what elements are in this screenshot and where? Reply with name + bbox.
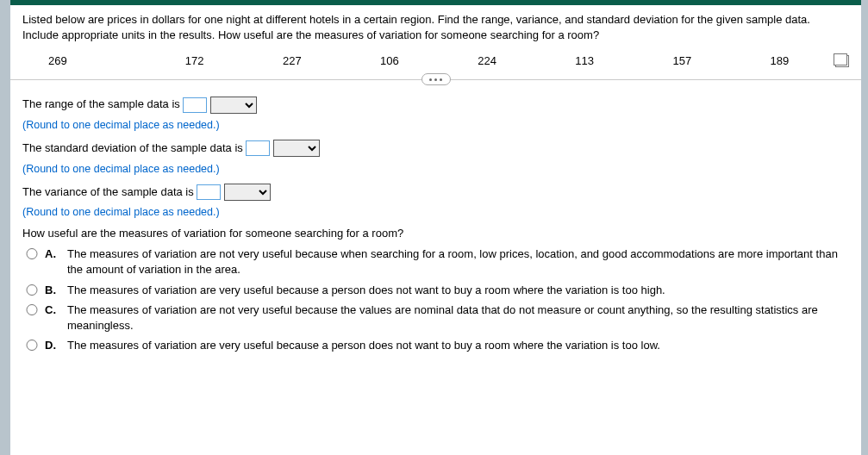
question-frame: Listed below are prices in dollars for o…: [10, 0, 861, 455]
mc-option-b[interactable]: B. The measures of variation are very us…: [22, 283, 849, 298]
mc-letter: C.: [45, 302, 60, 318]
range-unit-select[interactable]: [210, 97, 257, 114]
data-value: 106: [340, 54, 438, 67]
mc-text: The measures of variation are not very u…: [67, 302, 849, 333]
mc-radio-b[interactable]: [26, 284, 38, 296]
mc-text: The measures of variation are very usefu…: [67, 338, 849, 353]
mc-radio-a[interactable]: [26, 248, 38, 259]
mc-option-d[interactable]: D. The measures of variation are very us…: [22, 338, 849, 353]
ellipsis-icon: [429, 78, 442, 81]
data-value: 224: [439, 54, 536, 67]
data-value: 157: [634, 54, 731, 67]
data-value: 227: [243, 54, 340, 67]
question-prompt: Listed below are prices in dollars for o…: [22, 12, 849, 42]
variance-line: The variance of the sample data is: [22, 184, 849, 202]
copy-icon[interactable]: [835, 55, 849, 67]
mc-text: The measures of variation are not very u…: [67, 246, 849, 277]
range-input[interactable]: [183, 97, 207, 113]
multiple-choice: How useful are the measures of variation…: [22, 227, 849, 352]
mc-letter: A.: [45, 246, 60, 262]
range-label: The range of the sample data is: [22, 97, 183, 110]
divider: [10, 79, 861, 80]
mc-radio-c[interactable]: [26, 304, 38, 315]
data-value: 189: [731, 54, 828, 67]
mc-radio-d[interactable]: [26, 340, 38, 351]
data-value: 269: [22, 54, 146, 67]
mc-text: The measures of variation are very usefu…: [67, 283, 849, 298]
stddev-line: The standard deviation of the sample dat…: [22, 140, 849, 158]
mc-option-c[interactable]: C. The measures of variation are not ver…: [22, 302, 849, 333]
mc-question: How useful are the measures of variation…: [22, 227, 849, 240]
mc-letter: B.: [45, 283, 60, 298]
stddev-label: The standard deviation of the sample dat…: [22, 141, 246, 154]
mc-option-a[interactable]: A. The measures of variation are not ver…: [22, 246, 849, 277]
variance-input[interactable]: [197, 184, 221, 200]
data-value: 172: [146, 54, 243, 67]
stddev-unit-select[interactable]: [273, 140, 320, 157]
range-hint: (Round to one decimal place as needed.): [22, 119, 849, 131]
variance-label: The variance of the sample data is: [22, 185, 197, 198]
data-value: 113: [536, 54, 634, 67]
stddev-hint: (Round to one decimal place as needed.): [22, 163, 849, 175]
stddev-input[interactable]: [246, 140, 270, 156]
variance-unit-select[interactable]: [224, 184, 271, 201]
range-line: The range of the sample data is: [22, 96, 849, 114]
expand-button[interactable]: [422, 73, 451, 85]
variance-hint: (Round to one decimal place as needed.): [22, 206, 849, 218]
mc-letter: D.: [45, 338, 60, 353]
